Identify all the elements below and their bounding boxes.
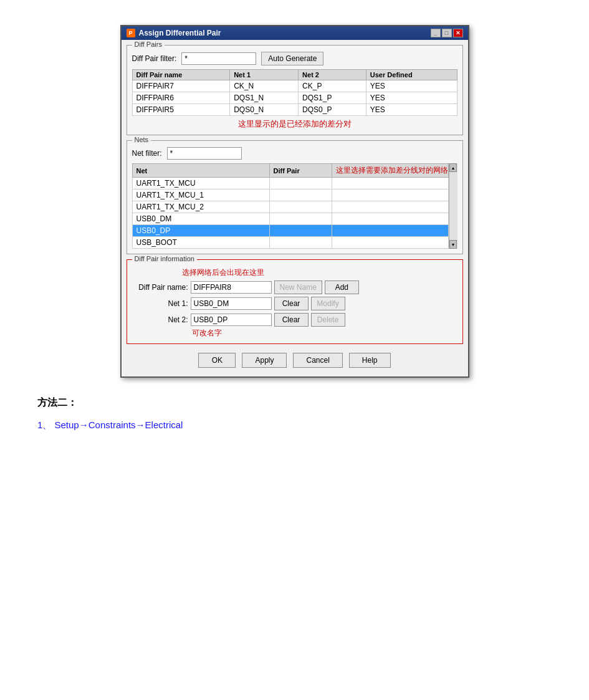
net-filter-label: Net filter: xyxy=(132,149,162,158)
cell-net1: DQS1_N xyxy=(230,92,299,104)
nets-content: Net filter: Net Diff Pair xyxy=(132,147,457,249)
diff-pairs-section: Diff Pairs Diff Pair filter: Auto Genera… xyxy=(127,45,463,135)
close-button[interactable]: ✕ xyxy=(453,29,463,37)
nets-table: Net Diff Pair 这里选择需要添加差分线对的网络 xyxy=(132,163,449,249)
diff-pair-cell xyxy=(269,213,332,225)
scroll-down-arrow[interactable]: ▼ xyxy=(449,240,457,249)
net-cell: UART1_TX_MCU xyxy=(132,178,269,189)
clear1-button[interactable]: Clear xyxy=(274,297,309,310)
diff-pair-name-input[interactable] xyxy=(191,281,272,294)
net-cell: USB_BOOT xyxy=(132,237,269,249)
net-list-wrap: Net Diff Pair 这里选择需要添加差分线对的网络 xyxy=(132,163,457,249)
diff-pair-cell xyxy=(269,189,332,201)
diff-pair-info-section: Diff Pair information 选择网络后会出现在这里 Diff P… xyxy=(127,259,463,344)
rename-annotation: 可改名字 xyxy=(192,328,457,338)
annotation-cell xyxy=(332,189,448,201)
cell-user-defined: YES xyxy=(366,104,457,116)
table-row[interactable]: DIFFPAIR6 DQS1_N DQS1_P YES xyxy=(132,92,457,104)
net2-label: Net 2: xyxy=(132,315,188,324)
net1-row: Net 1: Clear Modify xyxy=(132,297,457,310)
diff-pair-cell xyxy=(269,237,332,249)
net2-row: Net 2: Clear Delete xyxy=(132,313,457,327)
assign-diff-pair-dialog: P Assign Differential Pair _ □ ✕ Diff Pa… xyxy=(120,25,469,378)
cell-diffpair-name: DIFFPAIR6 xyxy=(132,92,230,104)
maximize-button[interactable]: □ xyxy=(442,29,452,37)
minimize-button[interactable]: _ xyxy=(431,29,441,37)
bottom-buttons-row: OK Apply Cancel Help xyxy=(127,349,463,372)
apply-button[interactable]: Apply xyxy=(242,353,287,368)
annotation-cell xyxy=(332,201,448,213)
dialog-titlebar: P Assign Differential Pair _ □ ✕ xyxy=(122,26,468,40)
cell-user-defined: YES xyxy=(366,92,457,104)
help-button[interactable]: Help xyxy=(349,353,391,368)
net-filter-input[interactable] xyxy=(167,147,242,160)
nets-section: Nets Net filter: Net Diff Pair xyxy=(127,140,463,254)
annotation-cell xyxy=(332,237,448,249)
net-row[interactable]: UART1_TX_MCU_2 xyxy=(132,201,448,213)
step1-text: 1、 Setup→Constraints→Electrical xyxy=(37,420,552,431)
net1-label: Net 1: xyxy=(132,299,188,308)
col-net: Net xyxy=(132,164,269,178)
net-cell: USB0_DM xyxy=(132,213,269,225)
net-row[interactable]: USB_BOOT xyxy=(132,237,448,249)
info-top-annotation: 选择网络后会出现在这里 xyxy=(182,267,457,278)
step1-number: 1、 xyxy=(37,420,52,430)
net-cell: UART1_TX_MCU_2 xyxy=(132,201,269,213)
diff-pair-filter-label: Diff Pair filter: xyxy=(132,54,177,63)
cell-user-defined: YES xyxy=(366,80,457,92)
auto-generate-button[interactable]: Auto Generate xyxy=(261,52,323,65)
titlebar-controls: _ □ ✕ xyxy=(431,29,463,37)
ok-button[interactable]: OK xyxy=(198,353,236,368)
net-row-selected[interactable]: USB0_DP xyxy=(132,225,448,237)
nets-label: Nets xyxy=(132,136,151,143)
scroll-up-arrow[interactable]: ▲ xyxy=(449,163,457,172)
diff-pair-name-label: Diff Pair name: xyxy=(132,283,188,292)
net-filter-row: Net filter: xyxy=(132,147,457,160)
net-cell-selected: USB0_DP xyxy=(132,225,269,237)
nets-annotation: 这里选择需要添加差分线对的网络 xyxy=(336,166,448,175)
annotation-cell-selected xyxy=(332,225,448,237)
diff-pair-cell-selected xyxy=(269,225,332,237)
clear2-button[interactable]: Clear xyxy=(274,313,309,327)
add-button[interactable]: Add xyxy=(325,280,359,294)
net-row[interactable]: UART1_TX_MCU xyxy=(132,178,448,189)
net1-input[interactable] xyxy=(191,297,272,310)
col-net2: Net 2 xyxy=(299,70,366,80)
dialog-title: Assign Differential Pair xyxy=(139,29,221,37)
diff-pairs-content: Diff Pair filter: Auto Generate Diff Pai… xyxy=(132,52,457,130)
cell-diffpair-name: DIFFPAIR5 xyxy=(132,104,230,116)
cell-net2: DQS1_P xyxy=(299,92,366,104)
info-content: 选择网络后会出现在这里 Diff Pair name: New Name Add… xyxy=(132,267,457,338)
table-row[interactable]: DIFFPAIR5 DQS0_N DQS0_P YES xyxy=(132,104,457,116)
cell-net2: DQS0_P xyxy=(299,104,366,116)
col-diff-pair-name: Diff Pair name xyxy=(132,70,230,80)
col-annotation-space: 这里选择需要添加差分线对的网络 xyxy=(332,164,448,178)
delete-button[interactable]: Delete xyxy=(311,313,345,327)
diff-pair-filter-row: Diff Pair filter: Auto Generate xyxy=(132,52,457,65)
diff-pair-cell xyxy=(269,201,332,213)
new-name-button[interactable]: New Name xyxy=(274,280,322,294)
info-section-label: Diff Pair information xyxy=(132,255,197,262)
cell-net1: CK_N xyxy=(230,80,299,92)
table-row[interactable]: DIFFPAIR7 CK_N CK_P YES xyxy=(132,80,457,92)
cell-diffpair-name: DIFFPAIR7 xyxy=(132,80,230,92)
cell-net2: CK_P xyxy=(299,80,366,92)
annotation-cell xyxy=(332,178,448,189)
dialog-wrapper: P Assign Differential Pair _ □ ✕ Diff Pa… xyxy=(37,25,552,378)
diff-pair-name-row: Diff Pair name: New Name Add xyxy=(132,280,457,294)
col-diff-pair: Diff Pair xyxy=(269,164,332,178)
net-row[interactable]: USB0_DM xyxy=(132,213,448,225)
dialog-body: Diff Pairs Diff Pair filter: Auto Genera… xyxy=(122,40,468,376)
diff-pairs-label: Diff Pairs xyxy=(132,41,165,48)
titlebar-title-area: P Assign Differential Pair xyxy=(127,29,221,37)
cancel-button[interactable]: Cancel xyxy=(293,353,342,368)
net2-input[interactable] xyxy=(191,314,272,326)
net-row[interactable]: UART1_TX_MCU_1 xyxy=(132,189,448,201)
diff-pairs-annotation: 这里显示的是已经添加的差分对 xyxy=(132,118,457,130)
modify-button[interactable]: Modify xyxy=(311,297,345,310)
section-heading: 方法二： xyxy=(37,396,552,410)
diff-pair-cell xyxy=(269,178,332,189)
net-scrollbar[interactable]: ▲ ▼ xyxy=(449,163,457,249)
net-cell: UART1_TX_MCU_1 xyxy=(132,189,269,201)
diff-pair-filter-input[interactable] xyxy=(181,52,256,65)
